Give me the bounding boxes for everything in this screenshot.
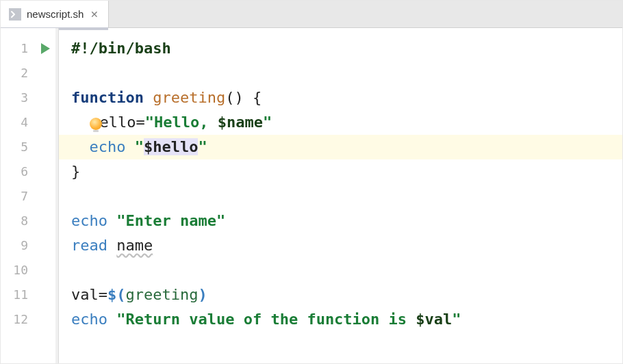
line-number[interactable]: 10	[1, 258, 35, 283]
token-builtin: echo	[71, 311, 107, 328]
tab-bar: newscript.sh ✕	[1, 1, 622, 28]
code-line[interactable]: read name	[59, 233, 622, 258]
token-builtin: echo	[90, 138, 126, 155]
line-number-gutter: 1 2 3 4 5 6 7 8 9 10 11 12	[1, 28, 35, 363]
code-line[interactable]: #!/bin/bash	[59, 36, 622, 61]
token-identifier: name	[116, 237, 153, 254]
code-line[interactable]: function greeting() {	[59, 86, 622, 110]
token-quote: "	[145, 114, 154, 131]
line-number[interactable]: 8	[1, 209, 35, 233]
token-shebang: #!/bin/bash	[71, 40, 171, 57]
line-number[interactable]: 3	[1, 86, 35, 110]
gutter-slot	[35, 258, 55, 283]
line-number[interactable]: 11	[1, 283, 35, 307]
token-var-fragment: ello	[100, 114, 136, 131]
code-line[interactable]: echo "Return value of the function is $v…	[59, 307, 622, 332]
token-variable-use: $hello	[144, 138, 198, 155]
line-number[interactable]: 9	[1, 233, 35, 258]
editor-body: 1 2 3 4 5 6 7 8 9 10 11 12	[1, 28, 622, 363]
token-string-text: Return value of the function is	[125, 311, 416, 328]
gutter-slot	[35, 135, 55, 159]
gutter-slot	[35, 86, 55, 110]
gutter-slot	[35, 61, 55, 86]
editor-root: newscript.sh ✕ 1 2 3 4 5 6 7 8 9 10 11 1…	[0, 0, 623, 364]
code-line[interactable]: ello="Hello, $name"	[59, 110, 622, 135]
line-number[interactable]: 7	[1, 184, 35, 209]
code-line[interactable]: }	[59, 159, 622, 184]
code-line[interactable]	[59, 258, 622, 283]
code-line[interactable]: val=$(greeting)	[59, 283, 622, 307]
line-number[interactable]: 2	[1, 61, 35, 86]
token-variable: $val	[416, 311, 452, 328]
gutter-slot	[35, 233, 55, 258]
token-quote: "	[135, 138, 144, 155]
intention-bulb-icon[interactable]	[90, 118, 102, 130]
token-string-text: Hello,	[154, 114, 218, 131]
line-number[interactable]: 12	[1, 307, 35, 332]
code-area[interactable]: #!/bin/bash function greeting() { ello="…	[59, 28, 622, 363]
run-gutter	[35, 28, 55, 363]
token-quote: "	[216, 212, 225, 229]
line-number[interactable]: 5	[1, 135, 35, 159]
token-quote: "	[116, 212, 125, 229]
gutter-slot	[35, 110, 55, 135]
token-builtin: read	[71, 237, 107, 254]
token-subshell-open: $(	[107, 286, 126, 303]
token-punctuation: () {	[225, 89, 262, 106]
code-line[interactable]	[59, 184, 622, 209]
code-line[interactable]: echo "Enter name"	[59, 209, 622, 233]
token-call: greeting	[126, 286, 199, 303]
code-line[interactable]: echo "$hello"	[59, 135, 622, 159]
token-brace: }	[71, 163, 80, 180]
close-icon[interactable]: ✕	[89, 10, 100, 19]
token-equals: =	[99, 286, 107, 303]
gutter-slot	[35, 283, 55, 307]
token-keyword: function	[71, 89, 144, 106]
line-number[interactable]: 4	[1, 110, 35, 135]
tab-newscript[interactable]: newscript.sh ✕	[1, 1, 109, 27]
line-number[interactable]: 6	[1, 159, 35, 184]
token-quote: "	[452, 311, 461, 328]
tab-label: newscript.sh	[27, 8, 84, 20]
gutter-slot	[35, 184, 55, 209]
token-quote: "	[198, 138, 207, 155]
token-builtin: echo	[71, 212, 107, 229]
token-equals: =	[136, 114, 144, 131]
token-quote: "	[263, 114, 272, 131]
token-identifier: val	[71, 286, 99, 303]
run-script-icon[interactable]	[35, 36, 55, 61]
token-function-name: greeting	[153, 89, 225, 106]
token-variable: $name	[218, 114, 263, 131]
token-subshell-close: )	[198, 286, 207, 303]
token-string-text: Enter name	[125, 212, 216, 229]
gutter-slot	[35, 307, 55, 332]
gutter-slot	[35, 159, 55, 184]
shell-filetype-icon	[9, 8, 21, 21]
gutter-slot	[35, 209, 55, 233]
line-number[interactable]: 1	[1, 36, 35, 61]
code-line[interactable]	[59, 61, 622, 86]
token-quote: "	[116, 311, 125, 328]
